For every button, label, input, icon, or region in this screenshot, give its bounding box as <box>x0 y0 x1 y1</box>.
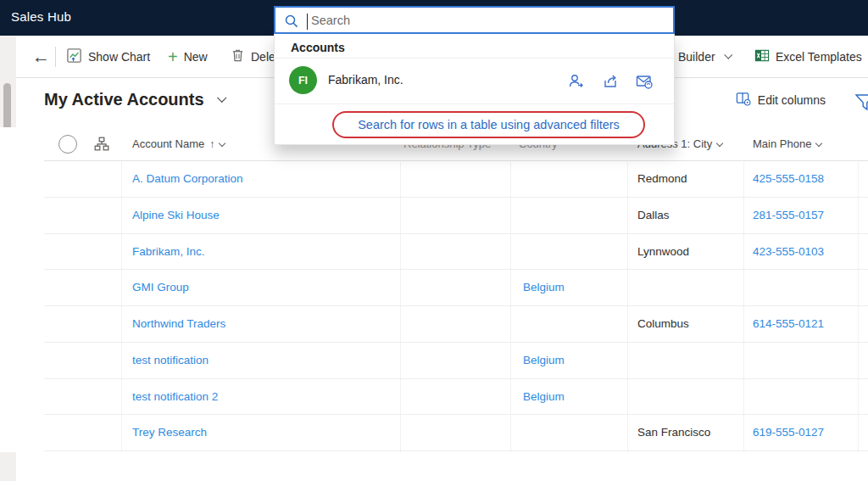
city-cell: San Francisco <box>637 415 710 451</box>
dropdown-divider <box>275 103 674 104</box>
dropdown-divider <box>275 58 674 59</box>
excel-icon <box>754 48 770 65</box>
email-link-icon[interactable] <box>635 72 654 91</box>
account-name-link[interactable]: test notification <box>132 343 209 379</box>
country-link[interactable]: Belgium <box>523 343 565 379</box>
view-title: My Active Accounts <box>44 90 204 109</box>
filter-funnel-icon[interactable] <box>854 92 868 116</box>
builder-label: Builder <box>678 50 715 64</box>
edit-columns-button[interactable]: Edit columns <box>731 90 831 109</box>
sales-hub-window: Sales Hub ← Show Chart + New <box>0 0 868 481</box>
phone-link[interactable]: 614-555-0121 <box>753 306 824 343</box>
phone-link[interactable]: 619-555-0127 <box>753 415 824 451</box>
column-header-account-name[interactable]: Account Name↑ <box>132 127 225 161</box>
account-name-link[interactable]: test notification 2 <box>132 379 218 416</box>
assign-icon[interactable] <box>567 72 586 91</box>
show-chart-icon <box>66 48 82 66</box>
city-cell: Dallas <box>637 198 670 234</box>
edit-columns-label: Edit columns <box>758 93 826 107</box>
new-button[interactable]: + New <box>168 36 208 77</box>
back-arrow-icon: ← <box>32 47 50 67</box>
select-all-checkbox[interactable] <box>58 135 77 154</box>
phone-link[interactable]: 423-555-0103 <box>753 234 824 271</box>
chevron-down-icon <box>815 140 822 147</box>
grid-body: A. Datum Corporation Redmond 425-555-015… <box>0 161 868 451</box>
app-title[interactable]: Sales Hub <box>11 9 71 24</box>
new-label: New <box>184 50 208 64</box>
chevron-down-icon <box>724 50 732 59</box>
column-header-main-phone[interactable]: Main Phone <box>753 127 821 161</box>
chevron-down-icon <box>716 140 723 147</box>
city-cell: Lynnwood <box>637 234 689 271</box>
edit-columns-icon <box>736 91 751 109</box>
city-cell: Columbus <box>637 306 689 343</box>
table-row: Fabrikam, Inc. Lynnwood 423-555-0103 <box>0 234 868 271</box>
accounts-grid: Account Name↑ Relationship Type Country … <box>0 127 868 452</box>
account-name-link[interactable]: Alpine Ski House <box>132 198 220 234</box>
chevron-down-icon <box>217 93 226 103</box>
trash-icon <box>231 48 245 65</box>
text-caret <box>307 14 308 30</box>
toolbar-divider <box>55 47 56 67</box>
phone-link[interactable]: 281-555-0157 <box>753 198 824 234</box>
show-chart-label: Show Chart <box>88 50 150 64</box>
share-icon[interactable] <box>601 72 620 91</box>
table-row: test notification Belgium <box>0 343 868 379</box>
builder-dropdown-button[interactable]: Builder <box>678 36 731 77</box>
column-label: Account Name <box>132 137 204 150</box>
global-search-box <box>274 6 675 34</box>
account-name-link[interactable]: Northwind Traders <box>132 306 225 343</box>
search-input[interactable] <box>309 8 670 32</box>
excel-templates-label: Excel Templates <box>776 50 862 64</box>
account-name-link[interactable]: A. Datum Corporation <box>132 161 243 198</box>
table-row: test notification 2 Belgium <box>0 379 868 416</box>
chevron-down-icon <box>219 140 225 147</box>
account-name-link[interactable]: GMI Group <box>132 270 189 306</box>
excel-templates-button[interactable]: Excel Templates <box>754 36 862 77</box>
table-row: GMI Group Belgium <box>0 270 868 306</box>
view-selector[interactable]: My Active Accounts <box>44 90 225 109</box>
country-link[interactable]: Belgium <box>523 379 565 416</box>
table-row: Alpine Ski House Dallas 281-555-0157 <box>0 198 868 234</box>
search-result-link[interactable]: Fabrikam, Inc. <box>328 66 403 94</box>
phone-link[interactable]: 425-555-0158 <box>753 161 824 198</box>
table-row: Trey Research San Francisco 619-555-0127 <box>0 415 868 451</box>
plus-icon: + <box>168 48 178 65</box>
sort-ascending-icon: ↑ <box>209 138 214 150</box>
table-row: Northwind Traders Columbus 614-555-0121 <box>0 306 868 343</box>
search-results-dropdown: Accounts FI Fabrikam, Inc. <box>274 34 675 145</box>
account-avatar[interactable]: FI <box>289 66 317 94</box>
city-cell: Redmond <box>637 161 687 198</box>
advanced-filter-highlight: Search for rows in a table using advance… <box>332 111 645 138</box>
show-chart-button[interactable]: Show Chart <box>66 36 150 77</box>
column-label: Main Phone <box>753 137 811 150</box>
back-button[interactable]: ← <box>32 36 50 77</box>
account-name-link[interactable]: Trey Research <box>132 415 207 451</box>
advanced-filter-link[interactable]: Search for rows in a table using advance… <box>358 118 620 131</box>
hierarchy-icon[interactable] <box>94 137 109 154</box>
table-row: A. Datum Corporation Redmond 425-555-015… <box>0 161 868 198</box>
results-section-label: Accounts <box>291 41 345 54</box>
country-link[interactable]: Belgium <box>523 270 565 306</box>
account-name-link[interactable]: Fabrikam, Inc. <box>132 234 205 271</box>
